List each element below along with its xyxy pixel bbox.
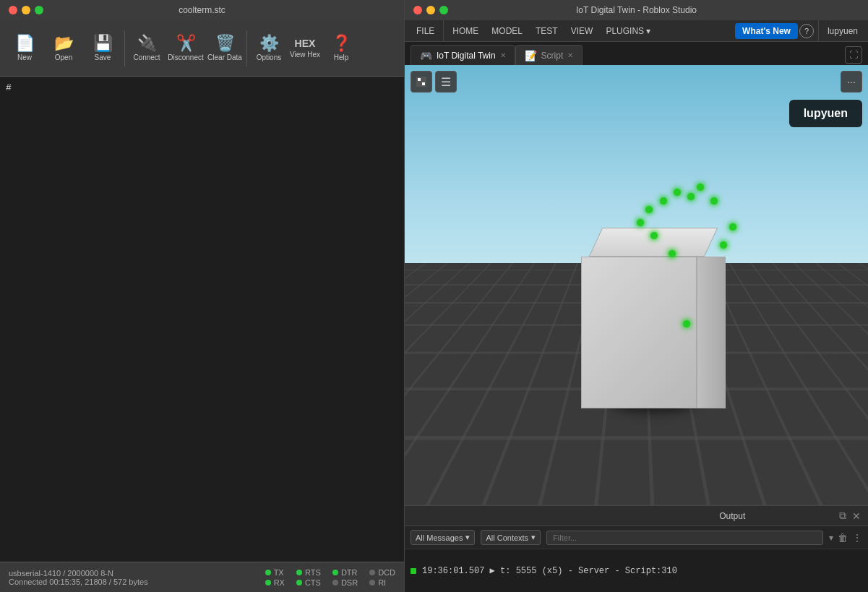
user-menu[interactable]: lupyuen — [823, 23, 862, 39]
sensor-dot-3 — [674, 189, 681, 196]
new-icon: 📄 — [15, 35, 35, 51]
status-connection: usbserial-1410 / 2000000 8-N Connected 0… — [9, 569, 148, 586]
disconnect-button[interactable]: ✂️ Disconnect — [167, 24, 205, 73]
save-icon: 💾 — [93, 35, 113, 51]
delete-icon[interactable]: 🗑 — [838, 532, 848, 544]
menu-home[interactable]: HOME — [447, 24, 484, 38]
tab-script[interactable]: 📝 Script ✕ — [515, 45, 583, 65]
output-log: 19:36:01.507 ▶ t: 5555 (x5) - Server - S… — [405, 549, 868, 592]
contexts-chevron-icon: ▾ — [531, 533, 536, 542]
clear-button[interactable]: 🗑️ Clear Data — [206, 24, 244, 73]
dsr-dot — [332, 580, 338, 585]
rts-indicator: RTS — [296, 568, 321, 577]
maximize-button[interactable] — [35, 6, 43, 14]
sep — [818, 18, 819, 44]
menu-model[interactable]: MODEL — [486, 24, 528, 38]
output-header: Output ⧉ ✕ — [405, 506, 868, 526]
roblox-titlebar: IoT Digital Twin - Roblox Studio — [405, 0, 868, 20]
whats-new-button[interactable]: What's New — [735, 23, 798, 39]
window-title: coolterm.stc — [179, 5, 225, 15]
roblox-logo-icon — [415, 75, 428, 88]
dtr-dsr-group: DTR DSR — [332, 568, 358, 587]
connect-label: Connect — [133, 53, 160, 61]
sensor-dot-11 — [683, 320, 690, 327]
menu-sep — [443, 18, 444, 44]
output-controls: ⧉ ✕ — [839, 510, 861, 522]
rts-dot — [296, 570, 302, 575]
separator-2 — [246, 30, 247, 67]
output-title: Output — [626, 511, 840, 521]
roblox-minimize-button[interactable] — [426, 6, 435, 14]
sensor-dot-10 — [720, 241, 727, 249]
sensor-dot-12 — [637, 219, 644, 226]
log-indicator — [411, 568, 416, 574]
more-icon[interactable]: ⋮ — [852, 532, 862, 544]
svg-rect-1 — [418, 78, 421, 81]
save-button[interactable]: 💾 Save — [84, 24, 121, 73]
roblox-icon: 🎮 — [420, 50, 432, 61]
help-button[interactable]: ? — [799, 24, 814, 38]
cube-object — [567, 220, 711, 408]
connection-info: usbserial-1410 / 2000000 8-N — [9, 569, 148, 578]
filter-input[interactable] — [546, 531, 823, 545]
menu-test[interactable]: TEST — [530, 24, 564, 38]
filter-dropdown-arrow-icon: ▾ — [829, 533, 833, 543]
new-label: New — [17, 53, 32, 61]
menu-plugins[interactable]: PLUGINS ▾ — [600, 24, 656, 38]
viewhex-button[interactable]: HEX View Hex — [289, 24, 321, 73]
connect-icon: 🔌 — [137, 35, 157, 51]
connect-button[interactable]: 🔌 Connect — [128, 24, 166, 73]
output-close-button[interactable]: ✕ — [852, 510, 861, 522]
save-label: Save — [95, 53, 111, 61]
roblox-icon-btn[interactable] — [411, 71, 432, 93]
tab-2-label: Script — [541, 51, 564, 61]
traffic-lights — [9, 6, 43, 14]
log-entry-1: 19:36:01.507 ▶ t: 5555 (x5) - Server - S… — [411, 565, 677, 576]
menu-file[interactable]: FILE — [411, 24, 440, 38]
options-icon: ⚙️ — [259, 35, 279, 51]
close-button[interactable] — [9, 6, 17, 14]
help-button[interactable]: ❓ Help — [322, 24, 360, 73]
menu-view[interactable]: VIEW — [565, 24, 599, 38]
open-icon: 📂 — [54, 35, 74, 51]
tab-iot-digital-twin[interactable]: 🎮 IoT Digital Twin ✕ — [411, 45, 515, 65]
dtr-dot — [332, 570, 338, 575]
viewhex-label: View Hex — [290, 51, 320, 59]
tab-2-close[interactable]: ✕ — [567, 51, 573, 59]
rts-cts-group: RTS CTS — [296, 568, 321, 587]
roblox-tabs: 🎮 IoT Digital Twin ✕ 📝 Script ✕ ⛶ — [405, 42, 868, 65]
messages-filter-dropdown[interactable]: All Messages ▾ — [411, 530, 475, 545]
scene-3d — [405, 65, 868, 505]
terminal-text: # — [6, 82, 12, 93]
tx-indicator: TX — [265, 568, 285, 577]
roblox-close-button[interactable] — [413, 6, 422, 14]
dtr-indicator: DTR — [332, 568, 358, 577]
minimize-button[interactable] — [22, 6, 30, 14]
dcd-dot — [369, 570, 375, 575]
terminal-content[interactable]: # — [0, 77, 404, 562]
chat-btn[interactable]: ☰ — [435, 71, 457, 93]
tab-1-close[interactable]: ✕ — [500, 51, 506, 59]
more-options-button[interactable]: ··· — [841, 71, 862, 93]
dcd-ri-group: DCD RI — [369, 568, 395, 587]
contexts-filter-dropdown[interactable]: All Contexts ▾ — [481, 530, 541, 545]
clear-label: Clear Data — [207, 53, 242, 61]
sensor-dot-4 — [687, 193, 695, 200]
output-popout-button[interactable]: ⧉ — [839, 510, 846, 522]
viewport-3d[interactable]: ☰ ··· lupyuen — [405, 65, 868, 505]
output-filters: All Messages ▾ All Contexts ▾ ▾ 🗑 ⋮ — [405, 526, 868, 549]
ri-dot — [369, 580, 375, 585]
tx-dot — [265, 570, 271, 575]
open-label: Open — [55, 53, 72, 61]
coolterm-statusbar: usbserial-1410 / 2000000 8-N Connected 0… — [0, 562, 404, 592]
roblox-maximize-button[interactable] — [439, 6, 448, 14]
new-button[interactable]: 📄 New — [6, 24, 43, 73]
viewport-toolbar: ☰ — [411, 71, 457, 93]
cube-right-face — [697, 257, 726, 408]
cube-front-face — [581, 257, 697, 408]
maximize-viewport-button[interactable]: ⛶ — [845, 46, 862, 64]
open-button[interactable]: 📂 Open — [45, 24, 82, 73]
cts-indicator: CTS — [296, 578, 321, 587]
options-button[interactable]: ⚙️ Options — [250, 24, 288, 73]
separator-1 — [124, 30, 125, 67]
